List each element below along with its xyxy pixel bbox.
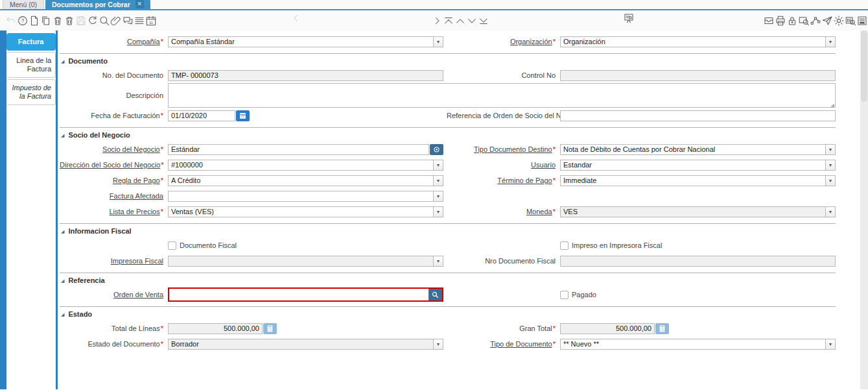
chevron-down-icon[interactable]: ▾	[825, 176, 835, 186]
report-icon[interactable]	[495, 12, 764, 29]
chevron-down-icon[interactable]: ▾	[433, 256, 443, 266]
archive-icon[interactable]	[763, 12, 775, 29]
new-record-icon[interactable]	[29, 12, 40, 29]
resize-handle-icon[interactable]: ◢	[831, 103, 834, 108]
chevron-down-icon[interactable]: ▾	[433, 207, 443, 217]
section-header-informacion-fiscal[interactable]: ◢Informacion Fiscal	[60, 223, 836, 238]
documento-fiscal-checkbox[interactable]	[168, 241, 176, 250]
next-record-icon[interactable]	[466, 12, 478, 29]
print-preview-icon[interactable]	[856, 12, 868, 29]
compania-label[interactable]: Compañía*	[60, 38, 165, 45]
organizacion-combobox[interactable]: Organización▾	[560, 36, 836, 47]
collapse-triangle-icon[interactable]: ◢	[61, 312, 64, 317]
referencia-de-orden-de-socio-del-negocio-input[interactable]	[560, 110, 836, 121]
moneda-label[interactable]: Moneda*	[447, 208, 557, 215]
usuario-label[interactable]: Usuario	[447, 161, 557, 169]
pagado-checkbox[interactable]	[560, 291, 569, 299]
tipo-de-documento-label[interactable]: Tipo de Documento*	[447, 340, 557, 348]
section-header-estado[interactable]: ◢Estado	[60, 306, 836, 321]
chat-icon[interactable]	[122, 12, 134, 29]
process-icon[interactable]	[833, 12, 845, 29]
sidebar-tab-factura[interactable]: Factura	[6, 33, 56, 51]
tab-documentos-por-cobrar[interactable]: Documentos por Cobrar ✕	[45, 0, 150, 9]
lista-de-precios-combobox[interactable]: Ventas (VES)▾	[168, 206, 443, 217]
calendar-button[interactable]	[236, 110, 250, 121]
socio-del-negocio-label[interactable]: Socio del Negocio*	[60, 145, 165, 153]
copy-record-icon[interactable]	[40, 12, 52, 29]
window-tabbar: Menú (0) Documentos por Cobrar ✕	[0, 0, 868, 10]
factura-afectada-label[interactable]: Factura Afectada	[60, 192, 165, 200]
chevron-down-icon[interactable]: ▾	[825, 339, 835, 349]
impreso-en-impresora-fiscal-checkbox[interactable]	[560, 241, 569, 250]
collapse-triangle-icon[interactable]: ◢	[61, 278, 64, 283]
chevron-down-icon[interactable]: ▾	[433, 176, 443, 186]
product-info-icon[interactable]	[845, 12, 856, 29]
collapse-triangle-icon[interactable]: ◢	[61, 59, 64, 64]
chevron-down-icon[interactable]: ▾	[825, 37, 835, 47]
section-title: Documento	[68, 57, 108, 65]
chevron-down-icon[interactable]: ▾	[825, 160, 835, 170]
orden-de-venta-label[interactable]: Orden de Venta	[60, 291, 165, 299]
record-lookup-button[interactable]	[428, 289, 442, 300]
factura-afectada-combobox[interactable]: ▾	[168, 191, 443, 202]
impresora-fiscal-label[interactable]: Impresora Fiscal	[60, 257, 165, 265]
collapse-triangle-icon[interactable]: ◢	[61, 229, 64, 234]
form-row: Factura Afectada▾	[60, 188, 836, 204]
regla-de-pago-label[interactable]: Regla de Pago*	[60, 177, 165, 184]
sidebar-tab-impuesto-de-la-factura[interactable]: Impuesto de la Factura	[6, 79, 56, 105]
section-header-documento[interactable]: ◢Documento	[60, 53, 836, 67]
collapse-triangle-icon[interactable]: ◢	[61, 133, 64, 138]
chevron-down-icon[interactable]: ▾	[433, 160, 443, 170]
help-icon[interactable]	[17, 12, 29, 29]
orden-de-venta-input[interactable]	[169, 289, 428, 300]
chevron-down-icon[interactable]: ▾	[433, 339, 443, 349]
delete-selection-icon[interactable]	[64, 12, 75, 29]
refresh-icon[interactable]	[87, 12, 99, 29]
section-header-referencia[interactable]: ◢Referencia	[60, 273, 836, 287]
previous-record-icon[interactable]	[454, 12, 466, 29]
termino-de-pago-combobox[interactable]: Immediate▾	[560, 175, 836, 186]
zoom-across-icon[interactable]	[798, 12, 810, 29]
last-record-icon[interactable]	[478, 12, 489, 29]
compania-combobox[interactable]: Compañía Estándar▾	[168, 36, 443, 47]
chevron-down-icon[interactable]: ▾	[825, 145, 835, 154]
required-asterisk: *	[553, 38, 556, 45]
termino-de-pago-label[interactable]: Término de Pago*	[447, 177, 557, 184]
tab-menu[interactable]: Menú (0)	[3, 0, 44, 9]
tipo-documento-destino-label[interactable]: Tipo Documento Destino*	[447, 145, 557, 153]
gran-total-field: 500.000,00	[560, 323, 669, 334]
socio-del-negocio-input[interactable]: Estándar	[168, 144, 429, 155]
lista-de-precios-label[interactable]: Lista de Precios*	[60, 208, 165, 215]
workflow-icon[interactable]	[810, 12, 821, 29]
direccion-del-socio-del-negocio-combobox[interactable]: #1000000▾	[168, 160, 443, 171]
regla-de-pago-combobox[interactable]: A Crédito▾	[168, 175, 443, 186]
tipo-documento-destino-combobox[interactable]: Nota de Débito de Cuentas por Cobrar Nac…	[560, 144, 836, 155]
delete-record-icon[interactable]	[52, 12, 64, 29]
scrollbar-thumb[interactable]	[861, 30, 867, 102]
send-mail-icon[interactable]	[821, 12, 833, 29]
section-header-socio-del-negocio[interactable]: ◢Socio del Negocio	[60, 127, 836, 141]
detail-record-icon[interactable]	[431, 12, 443, 29]
business-partner-info-button[interactable]	[430, 144, 443, 155]
vertical-scrollbar[interactable]	[860, 30, 868, 389]
attachment-icon[interactable]	[110, 12, 122, 29]
lock-icon[interactable]	[786, 12, 798, 29]
sidebar-tab-linea-de-la-factura[interactable]: Linea de la Factura	[6, 52, 56, 78]
calendar-requests-icon[interactable]	[145, 12, 157, 29]
usuario-combobox[interactable]: Estandar▾	[560, 160, 836, 171]
chevron-down-icon[interactable]: ▾	[433, 37, 443, 47]
close-tab-icon[interactable]: ✕	[135, 0, 144, 8]
calculator-button[interactable]	[263, 323, 277, 334]
first-record-icon[interactable]	[443, 12, 454, 29]
direccion-del-socio-del-negocio-label[interactable]: Dirección del Socio del Negocio*	[60, 161, 165, 169]
chevron-down-icon[interactable]: ▾	[825, 207, 835, 217]
print-icon[interactable]	[775, 12, 786, 29]
descripcion-textarea[interactable]: ◢	[168, 83, 836, 108]
tipo-de-documento-combobox[interactable]: ** Nuevo **▾	[560, 339, 836, 350]
fecha-de-facturacion-input[interactable]: 01/10/2020	[168, 110, 235, 121]
find-icon[interactable]	[99, 12, 110, 29]
calculator-button[interactable]	[655, 323, 669, 334]
organizacion-label[interactable]: Organización*	[447, 38, 557, 45]
grid-toggle-icon[interactable]	[134, 12, 145, 29]
chevron-down-icon[interactable]: ▾	[433, 191, 443, 201]
